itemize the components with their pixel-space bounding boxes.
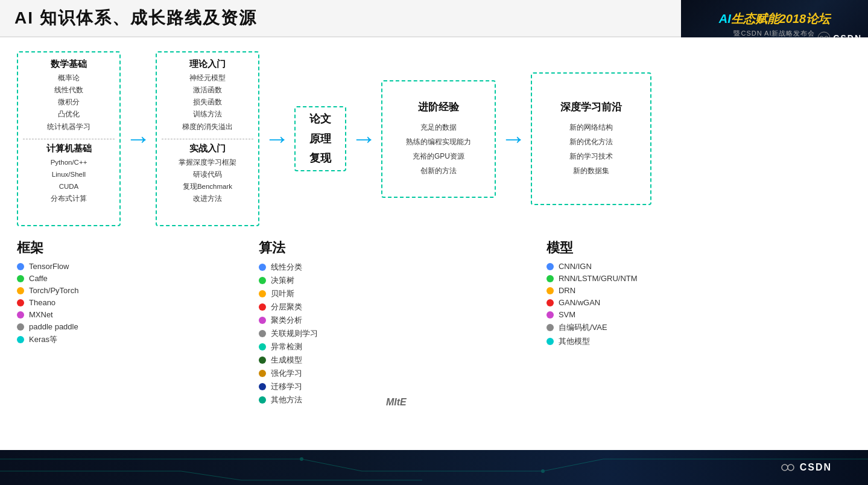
frameworks-list: TensorFlow Caffe Torch/PyTorch Theano MX… bbox=[17, 262, 247, 345]
arrow-2: → bbox=[264, 126, 290, 151]
frameworks-title: 框架 bbox=[17, 239, 247, 257]
theory-item-3: 损失函数 bbox=[182, 96, 233, 108]
math-items: 概率论 线性代数 微积分 凸优化 统计机器学习 bbox=[47, 72, 90, 133]
list-item: Keras等 bbox=[17, 334, 247, 345]
dot bbox=[259, 343, 266, 350]
theory-title: 理论入门 bbox=[189, 59, 226, 70]
svg-point-13 bbox=[782, 464, 788, 471]
computer-title: 计算机基础 bbox=[46, 143, 92, 154]
list-item: paddle paddle bbox=[17, 322, 247, 331]
dot bbox=[546, 311, 554, 319]
comp-item-3: CUDA bbox=[51, 180, 87, 192]
dot-teal bbox=[17, 336, 24, 343]
theory-section: 理论入门 神经元模型 激活函数 损失函数 训练方法 梯度的消失溢出 bbox=[162, 59, 253, 135]
adv-item-4: 创新的方法 bbox=[406, 163, 471, 178]
list-item: 分层聚类 bbox=[259, 302, 534, 312]
dot bbox=[259, 370, 266, 377]
dot bbox=[259, 277, 266, 284]
logo-eco: 生态赋能 bbox=[731, 11, 779, 27]
list-item: 贝叶斯 bbox=[259, 288, 534, 299]
page-title: AI 知识体系、成长路线及资源 bbox=[14, 7, 257, 30]
logo-sub-text: 暨CSDN AI新战略发布会 bbox=[733, 29, 815, 38]
list-item: Caffe bbox=[17, 274, 247, 283]
practice-items: 掌握深度学习框架 研读代码 复现Benchmark 改进方法 bbox=[179, 156, 236, 205]
dot-purple bbox=[17, 311, 24, 319]
dot-blue bbox=[17, 263, 24, 270]
svg-line-9 bbox=[543, 459, 603, 471]
deep-title: 深度学习前沿 bbox=[560, 100, 622, 114]
arrow-1: → bbox=[125, 126, 151, 151]
box-divider bbox=[23, 139, 115, 139]
math-item-5: 统计机器学习 bbox=[47, 121, 90, 133]
math-section: 数学基础 概率论 线性代数 微积分 凸优化 统计机器学习 bbox=[23, 59, 115, 135]
dot bbox=[259, 317, 266, 324]
algorithms-list: 线性分类 决策树 贝叶斯 分层聚类 聚类分析 关联规则学习 异常检测 生成模型 … bbox=[259, 262, 534, 405]
dot bbox=[546, 299, 554, 306]
deep-item-1: 新的网络结构 bbox=[569, 120, 613, 135]
practice-item-4: 改进方法 bbox=[179, 192, 236, 204]
box-math-computer: 数学基础 概率论 线性代数 微积分 凸优化 统计机器学习 计算机基础 Pytho… bbox=[17, 51, 121, 226]
computer-section: 计算机基础 Python/C++ Linux/Shell CUDA 分布式计算 bbox=[23, 143, 115, 220]
arrow-4: → bbox=[501, 126, 526, 151]
logo-forum: 论坛 bbox=[806, 11, 830, 27]
svg-line-6 bbox=[302, 459, 362, 471]
list-item: 自编码机/VAE bbox=[546, 322, 845, 333]
deep-item-2: 新的优化方法 bbox=[569, 135, 613, 149]
legend-models: 模型 CNN/IGN RNN/LSTM/GRU/NTM DRN GAN/wGAN… bbox=[540, 239, 851, 408]
deep-item-3: 新的学习技术 bbox=[569, 149, 613, 163]
comp-item-1: Python/C++ bbox=[51, 156, 87, 168]
dot bbox=[546, 338, 554, 345]
dot bbox=[259, 396, 266, 404]
math-item-2: 线性代数 bbox=[47, 84, 90, 96]
deep-items: 新的网络结构 新的优化方法 新的学习技术 新的数据集 bbox=[569, 120, 613, 178]
box-advanced: 进阶经验 充足的数据 熟练的编程实现能力 充裕的GPU资源 创新的方法 bbox=[381, 80, 496, 198]
flowchart: 数学基础 概率论 线性代数 微积分 凸优化 统计机器学习 计算机基础 Pytho… bbox=[17, 48, 851, 229]
algorithms-title: 算法 bbox=[259, 239, 534, 257]
practice-section: 实战入门 掌握深度学习框架 研读代码 复现Benchmark 改进方法 bbox=[162, 143, 253, 220]
dot bbox=[546, 275, 554, 282]
dot-orange bbox=[17, 287, 24, 294]
math-item-4: 凸优化 bbox=[47, 108, 90, 120]
main-content: 数学基础 概率论 线性代数 微积分 凸优化 统计机器学习 计算机基础 Pytho… bbox=[0, 37, 868, 450]
math-item-1: 概率论 bbox=[47, 72, 90, 84]
svg-point-14 bbox=[788, 464, 794, 471]
adv-item-2: 熟练的编程实现能力 bbox=[406, 135, 471, 149]
box-deeplearning: 深度学习前沿 新的网络结构 新的优化方法 新的学习技术 新的数据集 bbox=[531, 72, 651, 205]
list-item: TensorFlow bbox=[17, 262, 247, 271]
list-item: 迁移学习 bbox=[259, 381, 534, 392]
list-item: 聚类分析 bbox=[259, 315, 534, 326]
list-item: DRN bbox=[546, 286, 845, 295]
list-item: RNN/LSTM/GRU/NTM bbox=[546, 274, 845, 283]
paper-text: 论文 原理 复现 bbox=[309, 109, 331, 168]
theory-items: 神经元模型 激活函数 损失函数 训练方法 梯度的消失溢出 bbox=[182, 72, 233, 133]
advanced-items: 充足的数据 熟练的编程实现能力 充裕的GPU资源 创新的方法 bbox=[406, 120, 471, 178]
dot-red bbox=[17, 299, 24, 306]
list-item: CNN/IGN bbox=[546, 262, 845, 271]
logo-ai: AI bbox=[719, 12, 731, 26]
box-paper: 论文 原理 复现 bbox=[294, 106, 346, 171]
svg-line-11 bbox=[181, 471, 241, 480]
theory-item-1: 神经元模型 bbox=[182, 72, 233, 84]
csdn-bottom-logo: CSDN bbox=[779, 459, 832, 476]
math-item-3: 微积分 bbox=[47, 96, 90, 108]
legends-row: 框架 TensorFlow Caffe Torch/PyTorch Theano bbox=[17, 239, 851, 408]
list-item: MXNet bbox=[17, 310, 247, 319]
adv-item-3: 充裕的GPU资源 bbox=[406, 149, 471, 163]
dot-green bbox=[17, 275, 24, 282]
practice-item-2: 研读代码 bbox=[179, 168, 236, 180]
dot bbox=[259, 357, 266, 364]
practice-item-1: 掌握深度学习框架 bbox=[179, 156, 236, 168]
models-list: CNN/IGN RNN/LSTM/GRU/NTM DRN GAN/wGAN SV… bbox=[546, 262, 845, 347]
theory-item-2: 激活函数 bbox=[182, 84, 233, 96]
theory-item-4: 训练方法 bbox=[182, 108, 233, 120]
box-divider-2 bbox=[162, 139, 253, 139]
dot bbox=[259, 303, 266, 311]
csdn-bottom-text: CSDN bbox=[800, 462, 832, 473]
dot bbox=[546, 287, 554, 294]
legend-algorithms: 算法 线性分类 决策树 贝叶斯 分层聚类 聚类分析 关联规则学习 异常检测 生成… bbox=[253, 239, 540, 408]
list-item: 强化学习 bbox=[259, 368, 534, 379]
list-item: SVM bbox=[546, 310, 845, 319]
practice-item-3: 复现Benchmark bbox=[179, 180, 236, 192]
dot bbox=[546, 263, 554, 270]
adv-item-1: 充足的数据 bbox=[406, 120, 471, 135]
